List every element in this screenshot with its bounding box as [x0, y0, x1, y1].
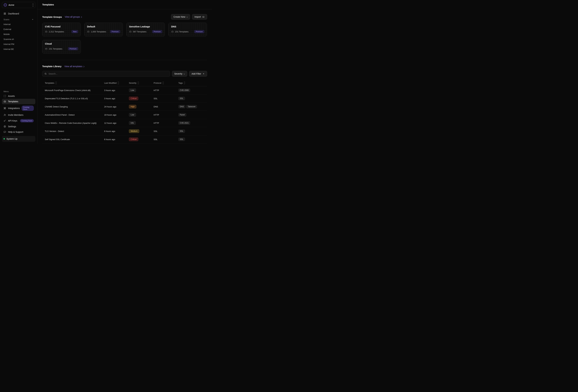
org-switcher[interactable]: Acme	[2, 2, 35, 8]
cell-name: Deprecated TLS Detection (TLS 1.1 or SSL…	[42, 94, 102, 103]
table-row[interactable]: Microsoft FrontPage Extensions Check (sh…	[42, 86, 207, 94]
template-library-heading: Template Library	[42, 65, 61, 68]
tag: CVE-2021	[178, 121, 190, 124]
cell-modified: 6 hours ago	[102, 127, 126, 135]
table-row[interactable]: Self Signed SSL Certificate 6 hours ago …	[42, 135, 207, 144]
plus-icon[interactable]: ＋	[32, 18, 34, 21]
box-icon	[45, 30, 48, 33]
card-count: 1,000 Templates	[87, 30, 106, 33]
button-label: Severity	[174, 73, 183, 75]
scan-item[interactable]: Internal PM	[2, 42, 35, 47]
group-card[interactable]: Default 1,000 Templates Premium	[84, 23, 123, 37]
nav-label: Settings	[8, 125, 16, 128]
col-severity[interactable]: Severity	[129, 82, 139, 84]
svg-point-7	[4, 126, 5, 127]
sort-icon	[163, 82, 164, 84]
severity-badge: Info	[129, 121, 136, 125]
cell-tags: CVE-2021	[176, 119, 207, 127]
add-filter-button[interactable]: Add Filter ＋	[189, 71, 207, 77]
cell-modified: 12 hours ago	[102, 119, 126, 127]
nav-dashboard[interactable]: Dashboard	[2, 11, 35, 16]
group-card[interactable]: Sensitive Leakage 587 Templates Premium	[126, 23, 165, 37]
group-card[interactable]: DNS 231 Templates Premium	[168, 23, 207, 37]
tag: SSL	[178, 97, 185, 100]
key-icon	[3, 119, 6, 122]
scan-item[interactable]: Internal	[2, 22, 35, 27]
view-all-templates-link[interactable]: View all templates	[64, 65, 84, 68]
table-row[interactable]: TLS Version - Detect 6 hours ago Medium …	[42, 127, 207, 135]
scan-item[interactable]: Mobile	[2, 32, 35, 37]
menu-label: Menu	[2, 89, 35, 93]
templates-table: Templates Last Modified Severity Protoco…	[42, 80, 207, 144]
box-icon	[129, 30, 132, 33]
nav-label: Integrations	[8, 107, 20, 110]
card-count: 587 Templates	[129, 30, 146, 33]
col-templates[interactable]: Templates	[45, 82, 56, 84]
svg-point-6	[4, 120, 5, 121]
nav-help[interactable]: Help & Support	[2, 129, 35, 135]
divider	[42, 60, 207, 60]
severity-badge: Critical	[129, 138, 138, 141]
col-tags[interactable]: Tags	[178, 82, 185, 84]
link-text: View all groups	[65, 16, 80, 18]
svg-rect-8	[4, 131, 6, 132]
view-all-groups-link[interactable]: View all groups	[65, 16, 82, 18]
cell-name: AutomationDirect Panel - Detect	[42, 111, 102, 119]
card-badge: New	[72, 30, 78, 33]
scans-header: Scans ＋	[2, 16, 35, 22]
svg-point-5	[4, 114, 5, 115]
plus-icon: ＋	[202, 72, 205, 75]
table-row[interactable]: CNAME Detect Dangling 24 hours ago High …	[42, 103, 207, 111]
cell-tags: CVE-2000	[176, 86, 207, 94]
scan-item[interactable]: Internal BE	[2, 47, 35, 52]
nav-label: Dashboard	[8, 12, 19, 15]
card-title: Sensitive Leakage	[129, 25, 162, 28]
grid-icon	[3, 12, 6, 15]
scan-item[interactable]: Scanme.sh	[2, 37, 35, 42]
box-icon	[87, 30, 90, 33]
scan-item[interactable]: External	[2, 27, 35, 32]
card-count: 231 Templates	[171, 30, 189, 33]
chevron-right-icon	[83, 65, 84, 68]
button-label: Add Filter	[192, 73, 201, 75]
nav-settings[interactable]: Settings	[2, 124, 35, 129]
system-status[interactable]: System Up	[2, 136, 35, 142]
scans-label: Scans	[3, 18, 9, 21]
nav-assets[interactable]: Assets	[2, 93, 35, 99]
group-card[interactable]: Cloud 231 Templates Premium	[42, 40, 81, 54]
nav-apikeys[interactable]: API Keys Coming Soon	[2, 118, 35, 124]
coming-soon-badge: Coming Soon	[22, 106, 34, 111]
tag: SSL	[178, 129, 185, 133]
col-protocol[interactable]: Protocol	[154, 82, 164, 84]
nav-templates[interactable]: Templates	[2, 99, 35, 104]
col-last-modified[interactable]: Last Modified	[104, 82, 119, 84]
search-input[interactable]	[48, 73, 168, 75]
box-icon	[171, 30, 174, 33]
nav-label: Assets	[8, 95, 15, 97]
svg-rect-4	[4, 101, 6, 102]
sort-icon	[184, 82, 185, 84]
cell-tags: SSL	[176, 135, 207, 144]
nav-label: Invite Members	[8, 114, 23, 116]
box-icon	[3, 100, 6, 103]
severity-badge: High	[129, 105, 137, 108]
severity-filter-button[interactable]: Severity	[172, 71, 187, 77]
severity-badge: Low	[129, 113, 136, 117]
table-row[interactable]: AutomationDirect Panel - Detect 19 hours…	[42, 111, 207, 119]
table-row[interactable]: Cisco WebEx - Remote Code Execution (Apa…	[42, 119, 207, 127]
nav-label: API Keys	[8, 119, 17, 122]
import-button[interactable]: Import	[192, 14, 207, 20]
chevron-down-icon	[184, 73, 185, 75]
svg-rect-13	[46, 48, 47, 50]
create-new-button[interactable]: Create New	[171, 14, 190, 20]
nav-invite[interactable]: Invite Members	[2, 112, 35, 118]
search-box[interactable]	[42, 71, 170, 77]
sort-icon	[138, 82, 139, 84]
nav-label: Templates	[8, 100, 18, 103]
table-row[interactable]: Deprecated TLS Detection (TLS 1.1 or SSL…	[42, 94, 207, 103]
org-logo-icon	[4, 3, 7, 6]
group-card[interactable]: CVE Focused 2,312 Templates New	[42, 23, 81, 37]
button-label: Import	[194, 16, 201, 18]
nav-integrations[interactable]: Integrations Coming Soon	[2, 104, 35, 112]
cell-protocol: HTTP	[151, 86, 176, 94]
